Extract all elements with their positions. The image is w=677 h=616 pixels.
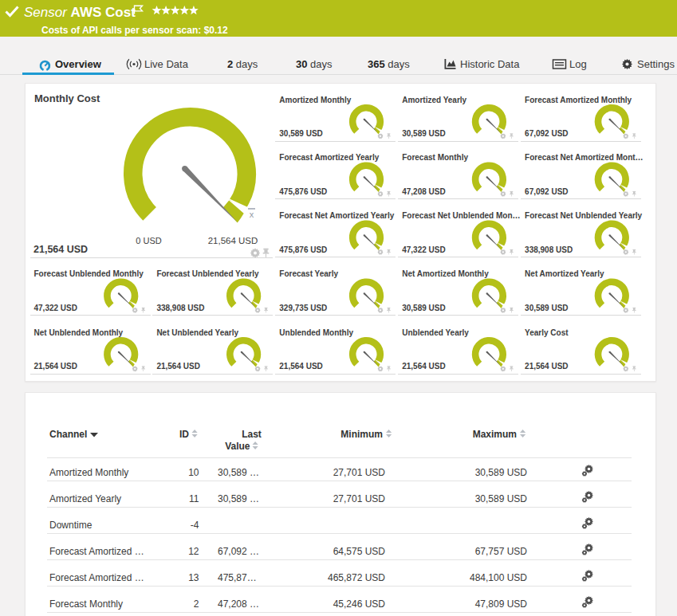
svg-text:x: x <box>250 210 254 219</box>
